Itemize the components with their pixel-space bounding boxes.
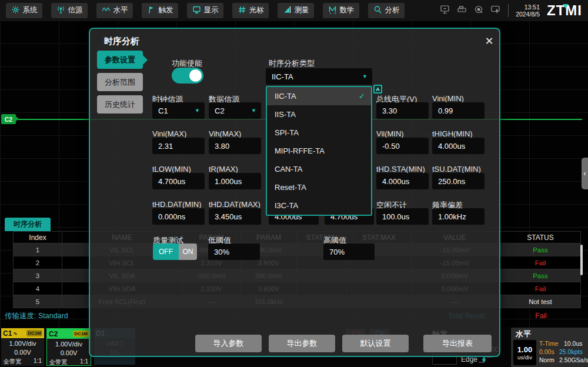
freq-deviation-input[interactable]: 1.00kHz: [432, 208, 485, 225]
menu-display-button[interactable]: 显示: [187, 3, 223, 18]
menu-source-button[interactable]: 信源: [51, 3, 88, 18]
default-settings-button[interactable]: 默认设置: [342, 335, 409, 352]
quality-on-button[interactable]: ON: [179, 243, 197, 260]
vil-min-label: Vil(MIN): [376, 129, 404, 138]
sample-rate: 2.50GSa/s: [559, 356, 588, 363]
thigh-min-input[interactable]: 4.000us: [432, 138, 485, 154]
horizontal-panel[interactable]: 水平 1.00 us/div T-Time 10.0us 0.00s 25.0k…: [510, 328, 588, 367]
menu-analysis-button[interactable]: 分析: [368, 3, 405, 18]
status-badge: Fail: [500, 256, 581, 269]
tsudat-min-label: tSU.DAT(MIN): [432, 165, 481, 174]
topbar-separator: [508, 4, 509, 17]
data-source-select[interactable]: C2▼: [209, 102, 261, 119]
status-badge: Fail: [500, 282, 581, 295]
enable-toggle[interactable]: [172, 68, 203, 84]
menu-trigger-button[interactable]: 触发: [142, 3, 178, 18]
check-icon: ✓: [359, 92, 365, 101]
menu-horizontal-button[interactable]: 水平: [96, 3, 133, 18]
analysis-type-select[interactable]: IIC-TA ▼: [266, 68, 372, 85]
data-source-value: C2: [215, 106, 225, 115]
menu-label: 触发: [159, 5, 173, 15]
timebase-value: 1.00: [517, 345, 532, 354]
dropdown-item-iic[interactable]: IIC-TA✓: [267, 87, 371, 105]
low-threshold-input[interactable]: 30%: [208, 243, 260, 260]
tlow-min-input[interactable]: 4.700us: [152, 173, 205, 189]
quality-test-toggle[interactable]: OFF ON: [153, 243, 197, 260]
usb-icon: [457, 5, 467, 16]
chevron-down-icon: ▼: [362, 74, 368, 79]
import-params-button[interactable]: 导入参数: [195, 335, 262, 352]
clock: 13:51 2024/8/5: [516, 4, 540, 18]
menu-label: 显示: [204, 5, 219, 15]
table-scrollbar[interactable]: [580, 245, 583, 275]
t-time-label: T-Time: [539, 340, 558, 347]
analysis-type-dropdown: IIC-TA✓ IIS-TA SPI-TA MIPI-RFFE-TA CAN-T…: [266, 86, 372, 216]
vini-min-label: Vini(MIN): [432, 94, 464, 103]
clock-time: 13:51: [516, 4, 540, 11]
thdsta-min-input[interactable]: 4.000us: [376, 173, 429, 189]
close-icon[interactable]: ✕: [482, 34, 497, 49]
vil-min-input[interactable]: -0.50: [376, 138, 429, 154]
c2-coupling-chip: DC1M: [73, 331, 89, 337]
menu-label: 水平: [113, 5, 128, 15]
export-params-button[interactable]: 导出参数: [269, 335, 335, 352]
menu-measure-button[interactable]: 测量: [278, 3, 314, 18]
channel-c2-badge[interactable]: C2DC1M 1.00V/div 0.00V 全带宽1:1: [46, 328, 91, 366]
c1-vdiv: 1.00V/div: [1, 340, 44, 347]
c1-offset: 0.00V: [1, 349, 44, 356]
clock-source-value: C1: [158, 106, 168, 115]
thddat-max-input[interactable]: 3.450us: [209, 208, 261, 225]
c1-bandwidth: 全带宽: [4, 358, 21, 366]
tr-max-input[interactable]: 1.000us: [209, 173, 261, 189]
dropdown-item-spi[interactable]: SPI-TA: [267, 124, 371, 142]
menu-label: 数学: [340, 5, 355, 15]
hand-touch-icon: [490, 5, 501, 16]
tsudat-min-input[interactable]: 250.0ns: [432, 173, 485, 189]
dropdown-item-mipi-rffe[interactable]: MIPI-RFFE-TA: [267, 142, 371, 160]
menu-math-button[interactable]: 数学: [323, 3, 359, 18]
menu-label: 系统: [23, 5, 38, 15]
network-display-icon: [440, 5, 450, 16]
menu-system-button[interactable]: 系统: [6, 3, 42, 18]
tab-parameter-settings[interactable]: 参数设置: [97, 51, 143, 69]
c2-channel-marker[interactable]: C2: [1, 114, 16, 124]
menu-cursor-button[interactable]: 光标: [232, 3, 269, 18]
high-threshold-input[interactable]: 70%: [323, 243, 375, 260]
menu-buttons: 系统 信源 水平 触发 显示 光标: [6, 3, 405, 18]
tab-history-statistics[interactable]: 历史统计: [97, 95, 143, 114]
channel-c1-badge[interactable]: C1∿DC1M 1.00V/div 0.00V 全带宽1:1: [1, 328, 44, 366]
gear-icon: [11, 5, 20, 16]
bus-level-input[interactable]: 3.30: [376, 102, 429, 119]
c2-label: C2: [49, 330, 58, 338]
timing-analysis-result-tab[interactable]: 时序分析: [5, 218, 51, 231]
thddat-min-input[interactable]: 0.000ns: [152, 208, 205, 225]
dropdown-item-can[interactable]: CAN-TA: [267, 160, 371, 178]
dropdown-item-i3c[interactable]: I3C-TA: [267, 196, 371, 215]
export-report-button[interactable]: 导出报表: [423, 335, 492, 352]
c1-coupling-chip: DC1M: [26, 330, 42, 336]
clock-source-select[interactable]: C1▼: [152, 102, 205, 119]
antenna-icon: [56, 5, 65, 16]
menu-label: 分析: [385, 5, 400, 15]
dropdown-item-reset[interactable]: Reset-TA: [267, 178, 371, 196]
memory-points: 25.0kpts: [559, 348, 583, 355]
timebase-box[interactable]: 1.00 us/div: [513, 340, 536, 365]
right-panel-collapse-handle[interactable]: ‹: [582, 158, 588, 189]
quality-off-button[interactable]: OFF: [153, 243, 179, 260]
transfer-rate-label: 传输速度: Standard: [5, 311, 68, 321]
tlow-min-label: tLOW(MIN): [152, 165, 191, 174]
status-badge: Not test: [500, 295, 581, 308]
status-badge: Pass: [500, 269, 581, 282]
brand-logo: ZTMI: [547, 2, 584, 19]
analysis-type-value: IIC-TA: [272, 72, 293, 81]
vih-max-input[interactable]: 3.80: [209, 138, 261, 154]
vini-min-input[interactable]: 0.99: [432, 102, 485, 119]
idle-ignore-input[interactable]: 100.0us: [376, 208, 429, 225]
vini-max-input[interactable]: 2.31: [152, 138, 205, 154]
logo-triangle: [563, 4, 569, 8]
tab-analysis-range[interactable]: 分析范围: [97, 73, 143, 91]
dropdown-item-iis[interactable]: IIS-TA: [267, 105, 371, 124]
vini-max-label: Vini(MAX): [152, 129, 186, 138]
thddat-max-label: tHD.DAT(MAX): [209, 200, 260, 209]
hash-icon: [238, 5, 246, 16]
